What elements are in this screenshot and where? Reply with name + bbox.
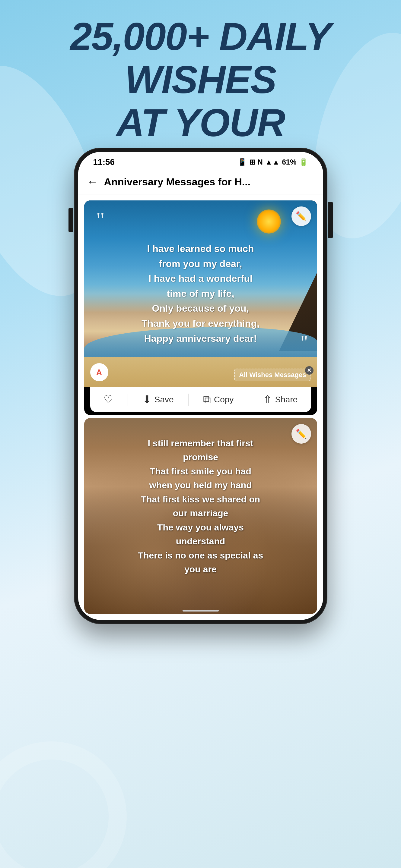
card-1-edit-button[interactable]: ✏️ xyxy=(291,207,311,226)
all-wishes-label: All Wishes Messages xyxy=(239,371,306,379)
phone-shell: 11:56 📱 ⊞ N ▲▲ 61% 🔋 ← Anniversary Messa… xyxy=(74,148,327,624)
divider-1 xyxy=(127,394,128,406)
share-button[interactable]: ⇧ Share xyxy=(263,393,298,406)
back-button[interactable]: ← xyxy=(87,176,98,188)
all-wishes-badge[interactable]: ✕ All Wishes Messages xyxy=(234,369,311,381)
phone-mockup: 11:56 📱 ⊞ N ▲▲ 61% 🔋 ← Anniversary Messa… xyxy=(74,148,327,624)
status-time: 11:56 xyxy=(93,157,115,167)
share-icon: ⇧ xyxy=(263,393,272,406)
copy-button[interactable]: ⧉ Copy xyxy=(203,393,233,406)
copy-label: Copy xyxy=(214,395,233,404)
status-icons: 📱 ⊞ N ▲▲ 61% 🔋 xyxy=(238,158,308,166)
pencil-icon: ✏️ xyxy=(296,211,307,221)
beach-sun xyxy=(257,210,281,234)
logo-icon: A xyxy=(96,368,102,377)
card-2-edit-button[interactable]: ✏️ xyxy=(291,424,311,444)
status-bar: 11:56 📱 ⊞ N ▲▲ 61% 🔋 xyxy=(78,152,323,169)
signal-icon: ▲▲ xyxy=(265,158,280,166)
message-card-1: " " I have learned so much from you my d… xyxy=(84,200,317,415)
message-card-2: I still remember that first promise That… xyxy=(84,418,317,614)
bottom-decoration xyxy=(0,741,127,868)
save-button[interactable]: ⬇ Save xyxy=(142,393,174,406)
action-bar: ♡ ⬇ Save ⧉ Copy ⇧ Share xyxy=(90,387,311,412)
scroll-indicator xyxy=(182,610,219,612)
save-label: Save xyxy=(154,395,174,404)
card-2-message: I still remember that first promise That… xyxy=(93,436,308,576)
card-1-message: I have learned so much from you my dear,… xyxy=(96,241,305,346)
notification-icon: 📱 xyxy=(238,158,247,166)
badge-close-button[interactable]: ✕ xyxy=(305,366,314,375)
copy-icon: ⧉ xyxy=(203,393,211,406)
divider-2 xyxy=(188,394,189,406)
pencil-icon-2: ✏️ xyxy=(296,429,307,439)
save-icon: ⬇ xyxy=(142,393,151,406)
app-header: ← Anniversary Messages for H... xyxy=(78,169,323,194)
card-background-2: I still remember that first promise That… xyxy=(84,418,317,614)
battery-text: 61% xyxy=(282,158,296,166)
battery-icon: 🔋 xyxy=(299,158,308,166)
heart-icon: ♡ xyxy=(104,393,113,406)
quote-open: " xyxy=(96,210,105,230)
app-logo: A xyxy=(90,363,108,381)
screen-title: Anniversary Messages for H... xyxy=(104,176,251,188)
card-background-1: " " I have learned so much from you my d… xyxy=(84,200,317,387)
wifi-icon: N xyxy=(258,158,263,166)
phone-screen: 11:56 📱 ⊞ N ▲▲ 61% 🔋 ← Anniversary Messa… xyxy=(78,152,323,620)
share-label: Share xyxy=(275,395,298,404)
divider-3 xyxy=(248,394,248,406)
media-icon: ⊞ xyxy=(249,158,255,166)
like-button[interactable]: ♡ xyxy=(104,393,113,406)
